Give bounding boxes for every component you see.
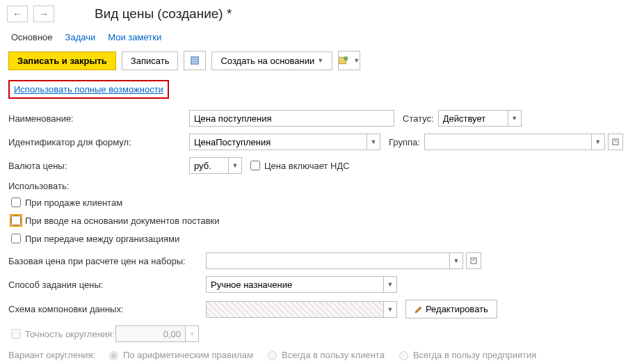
currency-label: Валюта цены:	[8, 161, 189, 171]
sale-clients-label: При продаже клиентам	[25, 197, 122, 208]
price-method-label: Способ задания цены:	[8, 280, 206, 290]
status-field[interactable]	[438, 110, 508, 127]
edit-button-label: Редактировать	[426, 304, 488, 314]
price-includes-vat-checkbox[interactable]	[250, 161, 260, 170]
name-field[interactable]	[189, 110, 394, 127]
chevron-down-icon: ▼	[353, 57, 360, 64]
tab-tasks[interactable]: Задачи	[65, 32, 96, 42]
pencil-icon	[414, 305, 423, 314]
rounding-variant-label: Вариант округления:	[8, 350, 106, 360]
rounding-arith-radio	[109, 351, 118, 360]
list-icon	[190, 56, 200, 65]
base-price-label: Базовая цена при расчете цен на наборы:	[8, 256, 206, 266]
rounding-company-radio	[399, 351, 408, 360]
open-icon	[470, 257, 477, 264]
currency-field[interactable]	[189, 157, 228, 174]
price-includes-vat-label: Цена включает НДС	[264, 161, 350, 171]
chevron-down-icon: ▼	[317, 57, 323, 64]
save-button[interactable]: Записать	[122, 51, 179, 70]
create-based-label: Создать на основании	[220, 56, 314, 66]
rounding-client-radio	[268, 351, 277, 360]
attach-icon	[339, 56, 349, 65]
currency-dropdown-button[interactable]: ▼	[228, 157, 242, 174]
rounding-precision-label: Точность округления:	[25, 329, 115, 339]
rounding-precision-checkbox	[11, 329, 21, 339]
rounding-precision-field	[115, 325, 185, 342]
supply-docs-checkbox[interactable]	[11, 216, 21, 225]
data-schema-label: Схема компоновки данных:	[8, 304, 206, 314]
use-full-capabilities-link[interactable]: Использовать полные возможности	[8, 80, 169, 99]
group-dropdown-button[interactable]: ▼	[591, 134, 605, 150]
base-price-field[interactable]	[206, 252, 449, 269]
group-open-button[interactable]	[608, 134, 623, 150]
save-close-button[interactable]: Записать и закрыть	[8, 51, 116, 70]
supply-docs-label: При вводе на основании документов постав…	[25, 216, 220, 226]
group-label: Группа:	[389, 137, 420, 147]
base-price-open-button[interactable]	[466, 252, 481, 269]
tab-main[interactable]: Основное	[11, 32, 53, 42]
svg-point-5	[344, 56, 348, 60]
create-based-on-button[interactable]: Создать на основании ▼	[211, 51, 332, 70]
rounding-client-label: Всегда в пользу клиента	[282, 350, 385, 360]
data-schema-dropdown-button[interactable]: ▼	[383, 301, 397, 318]
status-dropdown-button[interactable]: ▼	[508, 110, 522, 127]
rounding-precision-stepper: ▾	[185, 325, 199, 342]
svg-rect-7	[471, 258, 476, 264]
nav-back-button[interactable]: ←	[7, 6, 28, 22]
sale-clients-checkbox[interactable]	[11, 197, 21, 207]
rounding-company-label: Всегда в пользу предприятия	[413, 350, 536, 360]
attach-icon-button[interactable]: ▼	[338, 51, 360, 70]
list-icon-button[interactable]	[184, 51, 206, 70]
data-schema-field[interactable]	[206, 301, 383, 318]
formula-id-label: Идентификатор для формул:	[8, 137, 189, 147]
formula-id-dropdown-button[interactable]: ▼	[367, 134, 380, 150]
base-price-dropdown-button[interactable]: ▼	[449, 252, 463, 269]
formula-id-field[interactable]	[189, 134, 367, 150]
transfer-orgs-label: При передаче между организациями	[25, 234, 179, 244]
use-section-label: Использовать:	[8, 181, 636, 191]
name-label: Наименование:	[8, 113, 189, 124]
tab-notes[interactable]: Мои заметки	[108, 32, 161, 42]
group-field[interactable]	[424, 134, 591, 150]
rounding-arith-label: По арифметическим правилам	[123, 350, 253, 360]
price-method-field[interactable]	[206, 276, 383, 293]
nav-forward-button[interactable]: →	[33, 6, 54, 22]
price-method-dropdown-button[interactable]: ▼	[383, 276, 397, 293]
transfer-orgs-checkbox[interactable]	[11, 234, 21, 243]
open-icon	[612, 138, 619, 145]
edit-button[interactable]: Редактировать	[405, 300, 497, 318]
svg-rect-6	[613, 139, 618, 145]
page-title: Вид цены (создание) *	[95, 6, 232, 22]
status-label: Статус:	[403, 113, 434, 124]
